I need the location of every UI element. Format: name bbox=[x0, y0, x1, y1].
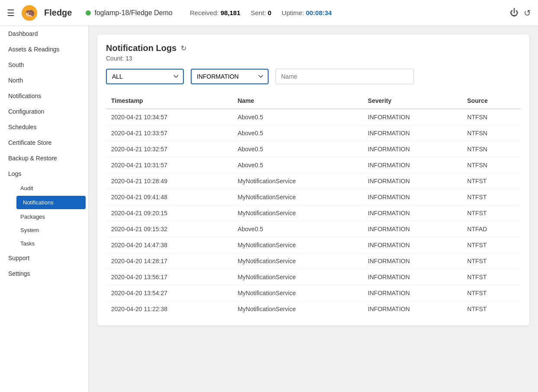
col-timestamp: Timestamp bbox=[106, 93, 232, 109]
sidebar-item-notifications-log[interactable]: Notifications bbox=[16, 196, 86, 209]
card-title: Notification Logs bbox=[106, 43, 176, 53]
sidebar-item-tasks[interactable]: Tasks bbox=[14, 237, 88, 250]
layout: Dashboard Assets & Readings South North … bbox=[0, 26, 538, 392]
filter-type-select[interactable]: ALL bbox=[106, 69, 184, 84]
sidebar-item-north[interactable]: North bbox=[0, 73, 88, 88]
stats-bar: Received: 98,181 Sent: 0 Uptime: 00:08:3… bbox=[190, 9, 332, 16]
cell-name: Above0.5 bbox=[232, 157, 362, 173]
cell-name: MyNotificationService bbox=[232, 301, 362, 317]
card-header: Notification Logs ↻ bbox=[106, 43, 521, 53]
cell-severity: INFORMATION bbox=[363, 301, 462, 317]
app-logo: 🦔 bbox=[22, 5, 37, 21]
cell-name: MyNotificationService bbox=[232, 173, 362, 189]
sidebar-item-support[interactable]: Support bbox=[0, 250, 88, 266]
cell-timestamp: 2020-04-20 11:22:38 bbox=[106, 301, 232, 317]
sidebar-item-configuration[interactable]: Configuration bbox=[0, 104, 88, 119]
received-stat: Received: 98,181 bbox=[190, 9, 240, 16]
cell-timestamp: 2020-04-21 10:28:49 bbox=[106, 173, 232, 189]
sidebar-item-dashboard[interactable]: Dashboard bbox=[0, 26, 88, 41]
sidebar-item-system[interactable]: System bbox=[14, 223, 88, 237]
cell-name: MyNotificationService bbox=[232, 189, 362, 205]
cell-severity: INFORMATION bbox=[363, 173, 462, 189]
status-dot bbox=[86, 10, 91, 16]
uptime-stat: Uptime: 00:08:34 bbox=[282, 9, 332, 16]
cell-name: Above0.5 bbox=[232, 141, 362, 157]
table-header: Timestamp Name Severity Source bbox=[106, 93, 521, 109]
col-source: Source bbox=[462, 93, 521, 109]
cell-timestamp: 2020-04-20 14:47:38 bbox=[106, 237, 232, 253]
cell-severity: INFORMATION bbox=[363, 141, 462, 157]
cell-timestamp: 2020-04-20 13:54:27 bbox=[106, 285, 232, 301]
cell-severity: INFORMATION bbox=[363, 109, 462, 125]
sidebar-item-assets-readings[interactable]: Assets & Readings bbox=[0, 41, 88, 57]
table-row: 2020-04-20 14:28:17MyNotificationService… bbox=[106, 253, 521, 269]
sidebar-item-backup-restore[interactable]: Backup & Restore bbox=[0, 150, 88, 166]
cell-source: NTFST bbox=[462, 205, 521, 221]
cell-severity: INFORMATION bbox=[363, 269, 462, 285]
cell-name: MyNotificationService bbox=[232, 269, 362, 285]
table-row: 2020-04-20 13:56:17MyNotificationService… bbox=[106, 269, 521, 285]
cell-name: MyNotificationService bbox=[232, 237, 362, 253]
notification-logs-table: Timestamp Name Severity Source 2020-04-2… bbox=[106, 93, 521, 317]
sidebar-item-settings[interactable]: Settings bbox=[0, 266, 88, 281]
notification-logs-card: Notification Logs ↻ Count: 13 ALL INFORM… bbox=[97, 35, 529, 325]
cell-source: NTFST bbox=[462, 189, 521, 205]
cell-severity: INFORMATION bbox=[363, 125, 462, 141]
table-row: 2020-04-20 14:47:38MyNotificationService… bbox=[106, 237, 521, 253]
instance-info: foglamp-18/Fledge Demo bbox=[86, 9, 173, 17]
filter-name-input[interactable] bbox=[275, 69, 414, 84]
cell-source: NTFAD bbox=[462, 221, 521, 237]
cell-source: NTFST bbox=[462, 269, 521, 285]
global-refresh-button[interactable]: ↺ bbox=[524, 8, 531, 18]
refresh-logs-button[interactable]: ↻ bbox=[181, 44, 186, 52]
cell-source: NTFSN bbox=[462, 157, 521, 173]
cell-source: NTFST bbox=[462, 173, 521, 189]
cell-severity: INFORMATION bbox=[363, 285, 462, 301]
sidebar-item-notifications[interactable]: Notifications bbox=[0, 88, 88, 104]
menu-toggle[interactable]: ☰ bbox=[7, 8, 15, 18]
cell-source: NTFSN bbox=[462, 125, 521, 141]
sidebar: Dashboard Assets & Readings South North … bbox=[0, 26, 89, 392]
cell-timestamp: 2020-04-21 09:15:32 bbox=[106, 221, 232, 237]
cell-timestamp: 2020-04-21 10:31:57 bbox=[106, 157, 232, 173]
table-row: 2020-04-21 09:41:48MyNotificationService… bbox=[106, 189, 521, 205]
cell-timestamp: 2020-04-21 09:41:48 bbox=[106, 189, 232, 205]
app-title: Fledge bbox=[44, 8, 72, 18]
sidebar-item-audit[interactable]: Audit bbox=[14, 182, 88, 195]
table-row: 2020-04-21 09:20:15MyNotificationService… bbox=[106, 205, 521, 221]
cell-timestamp: 2020-04-21 10:32:57 bbox=[106, 141, 232, 157]
cell-severity: INFORMATION bbox=[363, 237, 462, 253]
cell-severity: INFORMATION bbox=[363, 253, 462, 269]
topnav: ☰ 🦔 Fledge foglamp-18/Fledge Demo Receiv… bbox=[0, 0, 538, 26]
table-row: 2020-04-21 09:15:32Above0.5INFORMATIONNT… bbox=[106, 221, 521, 237]
sidebar-item-south[interactable]: South bbox=[0, 57, 88, 73]
cell-timestamp: 2020-04-21 10:34:57 bbox=[106, 109, 232, 125]
sidebar-item-schedules[interactable]: Schedules bbox=[0, 119, 88, 135]
sidebar-item-logs[interactable]: Logs bbox=[0, 166, 88, 182]
cell-name: Above0.5 bbox=[232, 109, 362, 125]
cell-name: Above0.5 bbox=[232, 125, 362, 141]
logs-sub-menu: Audit Notifications Packages System Task… bbox=[0, 182, 88, 250]
filter-bar: ALL INFORMATION bbox=[106, 69, 521, 84]
cell-source: NTFST bbox=[462, 285, 521, 301]
col-severity: Severity bbox=[363, 93, 462, 109]
log-count: Count: 13 bbox=[106, 55, 521, 62]
cell-source: NTFSN bbox=[462, 141, 521, 157]
topnav-actions: ⏻ ↺ bbox=[510, 8, 531, 18]
sidebar-item-certificate-store[interactable]: Certificate Store bbox=[0, 135, 88, 150]
cell-name: MyNotificationService bbox=[232, 285, 362, 301]
cell-source: NTFST bbox=[462, 237, 521, 253]
filter-severity-select[interactable]: INFORMATION bbox=[191, 69, 269, 84]
cell-source: NTFST bbox=[462, 301, 521, 317]
table-body: 2020-04-21 10:34:57Above0.5INFORMATIONNT… bbox=[106, 109, 521, 317]
table-row: 2020-04-21 10:32:57Above0.5INFORMATIONNT… bbox=[106, 141, 521, 157]
table-row: 2020-04-21 10:28:49MyNotificationService… bbox=[106, 173, 521, 189]
col-name: Name bbox=[232, 93, 362, 109]
cell-timestamp: 2020-04-21 09:20:15 bbox=[106, 205, 232, 221]
sidebar-item-packages[interactable]: Packages bbox=[14, 210, 88, 223]
table-row: 2020-04-21 10:33:57Above0.5INFORMATIONNT… bbox=[106, 125, 521, 141]
table-row: 2020-04-20 13:54:27MyNotificationService… bbox=[106, 285, 521, 301]
cell-timestamp: 2020-04-20 13:56:17 bbox=[106, 269, 232, 285]
power-button[interactable]: ⏻ bbox=[510, 8, 519, 18]
cell-severity: INFORMATION bbox=[363, 189, 462, 205]
